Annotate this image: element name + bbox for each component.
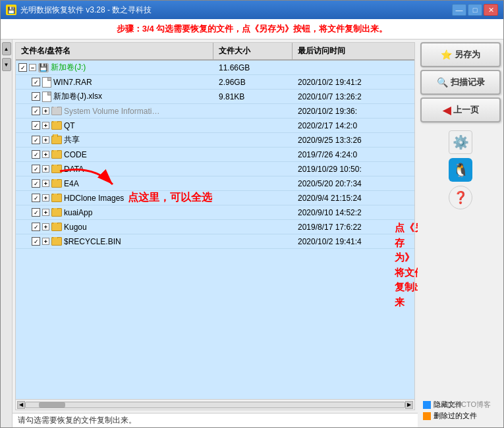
file-checkbox[interactable] — [32, 78, 40, 86]
folder-icon — [51, 150, 62, 159]
file-time: 2020/9/4 21:15:24 — [293, 194, 414, 203]
expand-button[interactable]: + — [42, 180, 49, 187]
table-row[interactable]: +共享2020/9/25 13:3:26 — [16, 133, 414, 147]
file-checkbox[interactable] — [32, 179, 40, 188]
table-row[interactable]: −💾新加卷(J:)11.66GB — [16, 61, 414, 75]
table-row[interactable]: +Kugou2019/8/17 17:6:22 — [16, 220, 414, 234]
scroll-track[interactable] — [25, 402, 405, 408]
app-icon: 💾 — [6, 5, 16, 15]
file-name: 新加卷(J:) — [51, 62, 86, 73]
drive-icon: 💾 — [38, 63, 49, 72]
right-panel: ⭐ 另存为 🔍 扫描记录 ◀ 上一页 ⚙️ 🐧 ❓ 隐藏文件 — [418, 40, 503, 427]
file-size: 11.66GB — [213, 63, 293, 72]
folder-icon — [51, 121, 62, 130]
file-checkbox[interactable] — [32, 223, 40, 231]
save-as-button[interactable]: ⭐ 另存为 — [420, 42, 501, 67]
expand-button[interactable]: + — [42, 107, 49, 115]
table-row[interactable]: +E4A2020/5/20 20:7:34 — [16, 176, 414, 191]
file-name: HDClone Images — [64, 194, 124, 203]
file-name: $RECYCLE.BIN — [64, 237, 121, 246]
file-name: kuaiApp — [64, 208, 92, 217]
file-checkbox[interactable] — [32, 121, 40, 130]
file-checkbox[interactable] — [32, 92, 40, 101]
file-name: CODE — [64, 150, 87, 159]
folder-icon — [51, 223, 62, 231]
expand-button[interactable]: + — [42, 136, 49, 144]
minimize-button[interactable]: — — [452, 4, 466, 16]
table-row[interactable]: +System Volume Informati…2020/10/2 19:36… — [16, 104, 414, 119]
file-checkbox[interactable] — [18, 63, 27, 72]
maximize-button[interactable]: □ — [468, 4, 482, 16]
prev-page-button[interactable]: ◀ 上一页 — [420, 97, 501, 122]
scan-record-button[interactable]: 🔍 扫描记录 — [420, 70, 501, 95]
expand-button[interactable]: + — [42, 151, 49, 158]
star-icon: ⭐ — [441, 49, 452, 60]
expand-button[interactable]: + — [42, 223, 49, 230]
horizontal-scrollbar[interactable]: ◀ ▶ — [16, 399, 414, 410]
expand-button[interactable]: + — [42, 165, 49, 173]
main-area: ▲ ▼ 文件名/盘符名 文件大小 最后访问时间 −💾新加卷(J:)11 — [1, 40, 503, 427]
content-area: 文件名/盘符名 文件大小 最后访问时间 −💾新加卷(J:)11.66GBWIN7… — [13, 40, 418, 427]
file-name: 新加卷(J).xlsx — [53, 91, 102, 102]
file-size: 9.81KB — [213, 92, 293, 101]
table-row[interactable]: +HDClone Images2020/9/4 21:15:24 — [16, 191, 414, 205]
file-size: 2.96GB — [213, 78, 293, 87]
file-icon — [42, 92, 51, 102]
table-row[interactable]: +kuaiApp2020/9/10 14:52:2 — [16, 205, 414, 220]
file-time: 2020/10/2 19:41:4 — [293, 237, 414, 246]
table-row[interactable]: WIN7.RAR2.96GB2020/10/2 19:41:2 — [16, 75, 414, 90]
scroll-left-button[interactable]: ◀ — [17, 401, 25, 409]
expand-button[interactable]: + — [42, 194, 49, 201]
scroll-right-button[interactable]: ▶ — [405, 401, 413, 409]
table-row[interactable]: 新加卷(J).xlsx9.81KB2020/10/7 13:26:2 — [16, 90, 414, 104]
file-name: System Volume Informati… — [64, 107, 159, 116]
file-checkbox[interactable] — [32, 194, 40, 202]
file-time: 2020/10/2 19:41:2 — [293, 78, 414, 87]
header-time: 最后访问时间 — [293, 43, 414, 59]
step-text: 步骤：3/4 勾选需要恢复的文件，点《另存为》按钮，将文件复制出来。 — [117, 24, 388, 34]
gear-icon[interactable]: ⚙️ — [449, 130, 472, 154]
qq-icon[interactable]: 🐧 — [449, 158, 472, 182]
header-size: 文件大小 — [213, 43, 293, 59]
left-sidebar: ▲ ▼ — [1, 40, 13, 427]
file-checkbox[interactable] — [32, 208, 40, 217]
close-button[interactable]: ✕ — [484, 4, 498, 16]
file-table-header: 文件名/盘符名 文件大小 最后访问时间 — [16, 43, 414, 61]
file-time: 2020/10/2 19:36: — [293, 107, 414, 116]
status-bar: 请勾选需要恢复的文件复制出来。 — [13, 413, 418, 427]
file-time: 2019/10/29 10:50: — [293, 165, 414, 174]
table-row[interactable]: +DATA2019/10/29 10:50: — [16, 162, 414, 176]
scroll-thumb[interactable] — [39, 402, 65, 408]
sidebar-arrow-down[interactable]: ▼ — [2, 58, 11, 71]
table-row[interactable]: +$RECYCLE.BIN2020/10/2 19:41:4 — [16, 234, 414, 249]
table-row[interactable]: +CODE2019/7/26 4:24:0 — [16, 147, 414, 162]
file-checkbox[interactable] — [32, 150, 40, 159]
back-icon: ◀ — [443, 104, 451, 117]
legend-hidden-color — [423, 401, 431, 409]
expand-button[interactable]: − — [29, 64, 36, 71]
file-table: 文件名/盘符名 文件大小 最后访问时间 −💾新加卷(J:)11.66GBWIN7… — [15, 42, 415, 410]
file-checkbox[interactable] — [32, 237, 40, 246]
help-icon[interactable]: ❓ — [449, 186, 472, 209]
file-checkbox[interactable] — [32, 136, 40, 144]
file-checkbox[interactable] — [32, 107, 40, 115]
window-title: 光明数据恢复软件 v3.28 - 数之寻科技 — [20, 5, 452, 16]
file-time: 2019/8/17 17:6:22 — [293, 223, 414, 232]
sidebar-arrow-up[interactable]: ▲ — [2, 42, 11, 55]
folder-icon — [51, 208, 62, 217]
file-time: 2020/9/25 13:3:26 — [293, 136, 414, 145]
expand-button[interactable]: + — [42, 238, 49, 245]
prev-page-label: 上一页 — [453, 104, 479, 116]
table-row[interactable]: +QT2020/2/17 14:2:0 — [16, 119, 414, 133]
folder-icon — [51, 194, 62, 202]
window-controls: — □ ✕ — [452, 4, 498, 16]
expand-button[interactable]: + — [42, 209, 49, 216]
folder-icon — [51, 107, 62, 115]
expand-button[interactable]: + — [42, 122, 49, 129]
status-text: 请勾选需要恢复的文件复制出来。 — [18, 415, 136, 426]
file-checkbox[interactable] — [32, 165, 40, 173]
file-time: 2020/9/10 14:52:2 — [293, 208, 414, 217]
file-table-body[interactable]: −💾新加卷(J:)11.66GBWIN7.RAR2.96GB2020/10/2 … — [16, 61, 414, 399]
scan-record-label: 扫描记录 — [451, 76, 485, 88]
legend-deleted-color — [423, 412, 431, 420]
